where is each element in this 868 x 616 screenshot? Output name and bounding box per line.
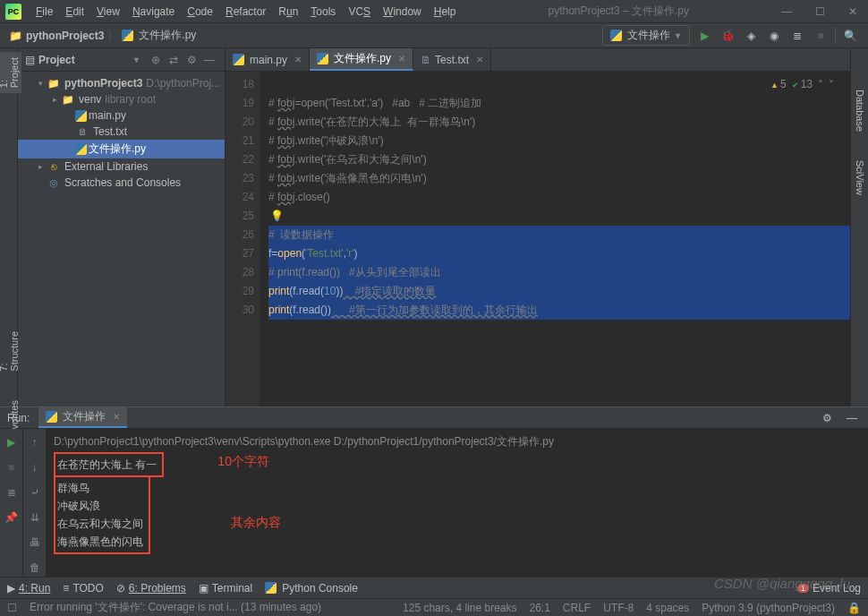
- search-button[interactable]: 🔍: [841, 27, 859, 45]
- concurrency-button[interactable]: ≣: [788, 27, 806, 45]
- event-log-button[interactable]: 1 Event Log: [797, 582, 861, 595]
- menu-file[interactable]: File: [30, 3, 58, 21]
- close-icon[interactable]: ✕: [113, 412, 120, 422]
- lock-icon[interactable]: 🔒: [847, 602, 861, 614]
- menu-code[interactable]: Code: [182, 3, 218, 21]
- menu-refactor[interactable]: Refactor: [220, 3, 271, 21]
- menu-run[interactable]: Run: [273, 3, 303, 21]
- menu-tools[interactable]: Tools: [305, 3, 341, 21]
- minimize-button[interactable]: —: [776, 4, 797, 20]
- title-bar: PC File Edit View Navigate Code Refactor…: [0, 0, 868, 23]
- tab-database[interactable]: Database: [853, 84, 867, 137]
- coverage-button[interactable]: ◈: [742, 27, 760, 45]
- right-tool-window-tabs: Database SciView: [850, 48, 868, 406]
- close-icon[interactable]: ✕: [476, 55, 483, 64]
- hide-icon[interactable]: —: [843, 409, 861, 427]
- clear-icon[interactable]: 🗑: [27, 560, 43, 576]
- tree-venv[interactable]: ▸📁venvlibrary root: [18, 91, 225, 107]
- window-title: pythonProject3 – 文件操作.py: [461, 4, 776, 19]
- indent[interactable]: 4 spaces: [646, 602, 689, 614]
- locate-icon[interactable]: ⊕: [148, 52, 164, 68]
- code-content[interactable]: 5 13 ˄ ˅ # fobj=open('Test.txt','a') #ab…: [260, 72, 850, 406]
- intention-bulb-icon[interactable]: 💡: [270, 210, 284, 222]
- output-highlight-2: 群海鸟 冲破风浪 在乌云和大海之间 海燕像黑色的闪电: [54, 477, 150, 554]
- close-icon[interactable]: ✕: [398, 54, 405, 64]
- run-tab-button[interactable]: ▶ 4: Run: [7, 582, 50, 595]
- close-button[interactable]: ✕: [843, 4, 863, 20]
- debug-button[interactable]: 🐞: [719, 27, 736, 45]
- status-bar: ☐ Error running '文件操作': Coverage is not …: [0, 598, 868, 616]
- tab-sciview[interactable]: SciView: [853, 155, 867, 201]
- menu-navigate[interactable]: Navigate: [127, 3, 180, 21]
- run-configuration-selector[interactable]: 文件操作 ▼: [602, 25, 690, 46]
- maximize-button[interactable]: ☐: [810, 4, 830, 20]
- folder-icon: 📁: [9, 30, 22, 42]
- menu-vcs[interactable]: VCS: [343, 3, 376, 21]
- run-button[interactable]: ▶: [695, 27, 713, 45]
- tree-external-libs[interactable]: ▸⎋External Libraries: [18, 158, 225, 175]
- python-console-tab-button[interactable]: Python Console: [265, 582, 358, 595]
- menu-edit[interactable]: Edit: [60, 3, 89, 21]
- problems-tab-button[interactable]: ⊘ 6: Problems: [116, 582, 186, 595]
- python-icon: [610, 30, 622, 41]
- tree-scratches[interactable]: ◎Scratches and Consoles: [18, 175, 225, 191]
- run-config-label: 文件操作: [627, 28, 670, 43]
- project-panel-title[interactable]: Project: [38, 54, 132, 66]
- command-line: D:\pythonProject1\pythonProject3\venv\Sc…: [54, 432, 861, 450]
- up-icon[interactable]: ↑: [27, 434, 43, 450]
- wrap-icon[interactable]: ⤶: [27, 484, 43, 500]
- rerun-button[interactable]: ▶: [4, 434, 20, 450]
- settings-icon[interactable]: ⚙: [818, 409, 836, 427]
- todo-tab-button[interactable]: ≡ TODO: [63, 582, 103, 595]
- hide-icon[interactable]: —: [201, 52, 217, 68]
- project-tool-window: ▤ Project ▼ ⊕ ⇄ ⚙ — ▾📁pythonProject3D:\p…: [18, 48, 226, 406]
- selection-info: 125 chars, 4 line breaks: [403, 602, 516, 614]
- project-tree: ▾📁pythonProject3D:\pythonProj... ▸📁venvl…: [18, 72, 225, 194]
- encoding[interactable]: UTF-8: [603, 602, 634, 614]
- stop-button[interactable]: ■: [4, 459, 20, 475]
- profile-button[interactable]: ◉: [765, 27, 783, 45]
- app-logo: PC: [5, 4, 21, 20]
- settings-icon[interactable]: ⚙: [183, 52, 200, 68]
- interpreter[interactable]: Python 3.9 (pythonProject3): [702, 602, 835, 614]
- tab-current[interactable]: 文件操作.py✕: [310, 48, 413, 71]
- tab-structure[interactable]: 7: Structure: [0, 326, 21, 377]
- output-highlight-1: 在苍茫的大海上 有一: [54, 452, 164, 477]
- breadcrumb-project[interactable]: pythonProject3: [26, 30, 104, 42]
- tab-test[interactable]: 🗎Test.txt✕: [413, 48, 491, 71]
- pin-button[interactable]: 📌: [4, 509, 20, 526]
- tab-project[interactable]: 1: Project: [0, 52, 21, 93]
- breadcrumb-file[interactable]: 文件操作.py: [139, 28, 196, 43]
- breadcrumb: 📁 pythonProject3 〉 文件操作.py: [9, 28, 196, 43]
- tree-file-main[interactable]: main.py: [18, 107, 225, 124]
- menu-view[interactable]: View: [91, 3, 125, 21]
- editor-tabs: main.py✕ 文件操作.py✕ 🗎Test.txt✕: [226, 48, 850, 72]
- expand-icon[interactable]: ⇄: [166, 52, 182, 68]
- bottom-tool-bar: ▶ 4: Run ≡ TODO ⊘ 6: Problems ▣ Terminal…: [0, 577, 868, 598]
- project-view-icon: ▤: [25, 54, 35, 66]
- scroll-icon[interactable]: ⇊: [27, 509, 43, 526]
- caret-position[interactable]: 26:1: [530, 602, 550, 614]
- stop-button[interactable]: ■: [812, 27, 830, 45]
- tree-root[interactable]: ▾📁pythonProject3D:\pythonProj...: [18, 75, 225, 91]
- terminal-tab-button[interactable]: ▣ Terminal: [199, 582, 252, 595]
- menu-help[interactable]: Help: [429, 3, 462, 21]
- editor-area: main.py✕ 文件操作.py✕ 🗎Test.txt✕ 18192021222…: [226, 48, 850, 406]
- python-icon: [122, 30, 133, 41]
- tree-file-current[interactable]: 文件操作.py: [18, 140, 225, 158]
- run-tool-window: Run: 文件操作✕ ⚙ — ▶ ■ ≣ 📌 ↑ ↓ ⤶ ⇊ 🖶 🗑 D:\py…: [0, 406, 868, 577]
- close-icon[interactable]: ✕: [294, 55, 302, 64]
- nav-bar: 📁 pythonProject3 〉 文件操作.py 文件操作 ▼ ▶ 🐞 ◈ …: [0, 23, 868, 48]
- down-icon[interactable]: ↓: [27, 459, 43, 475]
- run-actions-primary: ▶ ■ ≣ 📌: [0, 429, 23, 577]
- status-message[interactable]: Error running '文件操作': Coverage is not i.…: [30, 600, 321, 615]
- tree-file-test[interactable]: 🗎Test.txt: [18, 124, 225, 140]
- code-editor[interactable]: 18192021222324252627282930 5 13 ˄ ˅ # fo…: [226, 72, 850, 406]
- line-separator[interactable]: CRLF: [563, 602, 591, 614]
- layout-button[interactable]: ≣: [4, 484, 20, 500]
- console-output[interactable]: D:\pythonProject1\pythonProject3\venv\Sc…: [47, 429, 868, 577]
- menu-window[interactable]: Window: [378, 3, 427, 21]
- print-icon[interactable]: 🖶: [27, 535, 43, 551]
- tab-main[interactable]: main.py✕: [226, 48, 310, 71]
- run-tab[interactable]: 文件操作✕: [38, 407, 127, 428]
